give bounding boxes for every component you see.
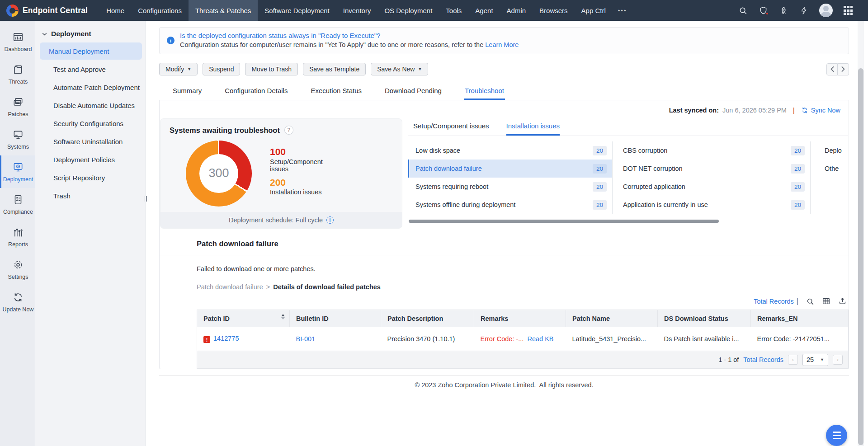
prev-config-button[interactable]: [826, 63, 838, 75]
tab-setup-component-issues[interactable]: Setup/Component issues: [413, 122, 489, 136]
issue-count[interactable]: 20: [791, 200, 805, 210]
nav-agent[interactable]: Agent: [468, 0, 500, 21]
tree-item-script-repository[interactable]: Script Repository: [40, 169, 142, 186]
rail-item-dashboard[interactable]: Dashboard: [0, 25, 35, 58]
column-chooser-icon[interactable]: [822, 297, 830, 305]
nav-tools[interactable]: Tools: [439, 0, 468, 21]
tree-header-deployment[interactable]: Deployment: [35, 27, 146, 42]
tree-item-manual-deployment[interactable]: Manual Deployment: [40, 42, 142, 60]
col-header-bulletin-id[interactable]: Bulletin ID: [290, 310, 381, 327]
nav-browsers[interactable]: Browsers: [533, 0, 575, 21]
nav-software-deployment[interactable]: Software Deployment: [258, 0, 336, 21]
tab-summary[interactable]: Summary: [172, 85, 203, 100]
tab-configuration-details[interactable]: Configuration Details: [224, 85, 288, 100]
rail-item-reports[interactable]: Reports: [0, 221, 35, 253]
tab-download-pending[interactable]: Download Pending: [384, 85, 443, 100]
shield-icon[interactable]: [759, 6, 768, 15]
total-records-link[interactable]: Total Records: [754, 298, 794, 305]
col-header-patch-description[interactable]: Patch Description: [381, 310, 474, 327]
col-header-remarks-en[interactable]: Remarks_EN: [751, 310, 849, 327]
tree-item-software-uninstallation[interactable]: Software Uninstallation: [40, 133, 142, 150]
banner-title[interactable]: Is the deployed configuration status alw…: [180, 32, 519, 39]
issue-count[interactable]: 20: [593, 182, 607, 192]
tree-item-trash[interactable]: Trash: [40, 187, 142, 204]
modify-button[interactable]: Modify▼: [159, 63, 198, 75]
nav-overflow-icon[interactable]: •••: [613, 0, 632, 21]
setup-issues-count[interactable]: 100: [270, 146, 342, 157]
breadcrumb-parent[interactable]: Patch download failure: [197, 283, 263, 291]
col-header-patch-name[interactable]: Patch Name: [566, 310, 658, 327]
rail-item-systems[interactable]: Systems: [0, 123, 35, 155]
rail-item-update-now[interactable]: Update Now: [0, 286, 35, 318]
nav-inventory[interactable]: Inventory: [336, 0, 378, 21]
nav-admin[interactable]: Admin: [500, 0, 533, 21]
tree-item-deployment-policies[interactable]: Deployment Policies: [40, 151, 142, 168]
sort-icons[interactable]: [281, 314, 285, 319]
issues-horizontal-scrollbar[interactable]: [409, 220, 719, 223]
sync-now-button[interactable]: Sync Now: [801, 107, 840, 114]
save-as-template-button[interactable]: Save as Template: [303, 63, 366, 75]
nav-configurations[interactable]: Configurations: [131, 0, 189, 21]
user-avatar[interactable]: [819, 4, 833, 17]
bulletin-id-link[interactable]: BI-001: [296, 335, 316, 343]
patch-id-link[interactable]: 1412775: [213, 335, 239, 342]
rocket-icon[interactable]: [779, 6, 788, 15]
lightning-icon[interactable]: [799, 6, 808, 15]
issue-count[interactable]: 20: [791, 164, 805, 174]
col-header-remarks[interactable]: Remarks: [474, 310, 566, 327]
next-page-button[interactable]: ›: [833, 355, 843, 365]
table-search-icon[interactable]: [806, 297, 814, 305]
issue-count[interactable]: 20: [593, 164, 607, 174]
installation-issues-count[interactable]: 200: [270, 177, 342, 188]
issue-count[interactable]: 20: [593, 200, 607, 210]
prev-page-button[interactable]: ‹: [788, 355, 798, 365]
brand[interactable]: Endpoint Central: [6, 5, 88, 17]
move-to-trash-button[interactable]: Move to Trash: [245, 63, 298, 75]
scrollbar-thumb[interactable]: [858, 68, 863, 445]
troubleshoot-donut-chart[interactable]: 300: [186, 141, 252, 207]
issue-low-disk-space[interactable]: Low disk space20: [408, 141, 612, 160]
col-header-patch-id[interactable]: Patch ID: [197, 310, 290, 327]
schedule-info-icon[interactable]: i: [326, 216, 334, 224]
issue-clipped-2[interactable]: Othe: [817, 160, 848, 178]
rail-item-settings[interactable]: Settings: [0, 253, 35, 286]
quick-actions-fab[interactable]: [826, 425, 847, 446]
rail-item-patches[interactable]: Patches: [0, 90, 35, 123]
search-icon[interactable]: [738, 6, 748, 15]
suspend-button[interactable]: Suspend: [203, 63, 240, 75]
issue-cbs-corruption[interactable]: CBS corruption20: [615, 141, 810, 160]
nav-threats-patches[interactable]: Threats & Patches: [189, 0, 258, 21]
nav-app-ctrl[interactable]: App Ctrl: [575, 0, 613, 21]
issue-systems-offline[interactable]: Systems offline during deployment20: [408, 196, 612, 214]
help-icon[interactable]: ?: [284, 126, 293, 135]
nav-home[interactable]: Home: [99, 0, 131, 21]
col-header-ds-download-status[interactable]: DS Download Status: [658, 310, 751, 327]
tab-installation-issues[interactable]: Installation issues: [506, 122, 560, 136]
issue-count[interactable]: 20: [791, 182, 805, 192]
issue-application-in-use[interactable]: Application is currently in use20: [615, 196, 810, 214]
tree-item-disable-automatic-updates[interactable]: Disable Automatic Updates: [40, 97, 142, 114]
issue-corrupted-application[interactable]: Corrupted application20: [615, 178, 810, 196]
page-size-select[interactable]: 25▼: [802, 354, 828, 366]
export-icon[interactable]: [838, 297, 847, 305]
read-kb-link[interactable]: Read KB: [527, 335, 553, 343]
apps-grid-icon[interactable]: [844, 6, 853, 15]
nav-os-deployment[interactable]: OS Deployment: [377, 0, 439, 21]
learn-more-link[interactable]: Learn More: [485, 41, 519, 48]
total-records-link[interactable]: Total Records: [743, 356, 783, 363]
tree-item-automate-patch-deployment[interactable]: Automate Patch Deployment: [40, 79, 142, 96]
tab-troubleshoot[interactable]: Troubleshoot: [464, 85, 505, 100]
sidebar-resize-handle[interactable]: [145, 196, 149, 202]
rail-item-compliance[interactable]: Compliance: [0, 188, 35, 221]
issue-count[interactable]: 20: [593, 146, 607, 155]
save-as-new-button[interactable]: Save As New▼: [371, 63, 428, 75]
issue-count[interactable]: 20: [791, 146, 805, 155]
rail-item-threats[interactable]: Threats: [0, 58, 35, 90]
issue-patch-download-failure[interactable]: Patch download failure20: [408, 160, 612, 178]
issue-systems-requiring-reboot[interactable]: Systems requiring reboot20: [408, 178, 612, 196]
next-config-button[interactable]: [838, 63, 849, 75]
tree-item-security-configurations[interactable]: Security Configurations: [40, 115, 142, 132]
tab-execution-status[interactable]: Execution Status: [310, 85, 363, 100]
rail-item-deployment[interactable]: Deployment: [0, 155, 35, 188]
issue-clipped-1[interactable]: Deplo: [817, 141, 848, 160]
